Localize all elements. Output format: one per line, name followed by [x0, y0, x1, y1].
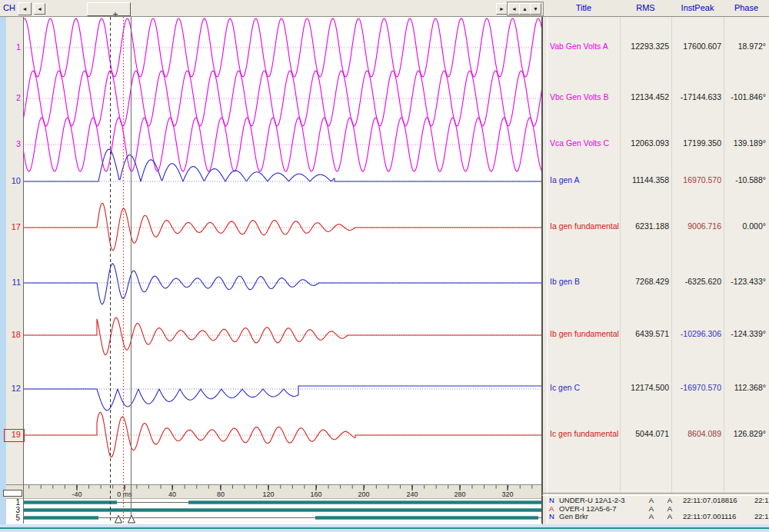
right-arrow-icon: ►: [499, 6, 504, 12]
channel-number-gutter: [6, 17, 23, 484]
rms-value: 12063.093: [618, 138, 669, 148]
event-group-a: A: [646, 496, 657, 504]
phase-value: -123.433°: [721, 277, 766, 286]
channel-axis-label: CH: [3, 3, 15, 12]
channel-number-2[interactable]: 2: [5, 93, 21, 102]
left-arrow-icon: ◄: [511, 6, 517, 12]
time-scroll-right-button[interactable]: ►: [496, 3, 508, 15]
column-header-instpeak[interactable]: InstPeak: [671, 3, 724, 12]
instpeak-value: -17144.633: [671, 92, 721, 101]
oscillography-window: CH ◄ ◄ ► ◄ ▲ ▼ Title RMS InstPeak Phase …: [0, 0, 769, 532]
measurement-row[interactable]: Ia gen A 11144.358 16970.570 -10.588°: [548, 175, 769, 186]
phase-value: 0.000°: [721, 221, 766, 231]
instpeak-value: 16970.570: [671, 175, 721, 185]
digital-events-lane: [6, 498, 542, 524]
time-axis-ruler: [6, 484, 542, 498]
rms-value: 6439.571: [618, 329, 669, 338]
instpeak-value: 8604.089: [671, 429, 721, 438]
event-row[interactable]: N Gen Brkr A A 22:11:07.001116 22:1: [548, 512, 769, 520]
instpeak-value: -10296.306: [671, 329, 721, 338]
column-separator: [620, 17, 621, 493]
channel-title: Ia gen fundamental: [550, 221, 619, 231]
rms-value: 5044.071: [618, 429, 669, 438]
channel-title: Ib gen B: [550, 277, 580, 286]
measurement-row[interactable]: Vca Gen Volts C 12063.093 17199.350 139.…: [548, 138, 769, 149]
instpeak-value: -6325.620: [671, 277, 721, 286]
phase-value: -10.588°: [721, 175, 766, 185]
rms-value: 11144.358: [618, 175, 669, 185]
rms-value: 12293.325: [618, 42, 669, 51]
channel-title: Vbc Gen Volts B: [550, 92, 608, 101]
measurement-row[interactable]: Ib gen B 7268.429 -6325.620 -123.433°: [548, 277, 769, 288]
instpeak-value: 17199.350: [671, 138, 721, 148]
channel-number-17[interactable]: 17: [5, 222, 21, 231]
measurement-row[interactable]: Vab Gen Volts A 12293.325 17600.607 18.9…: [548, 42, 769, 52]
instpeak-value: 9006.716: [671, 221, 721, 231]
event-timestamp: 22:11:07.018816: [683, 496, 737, 504]
event-group-b: A: [664, 496, 675, 504]
channel-number-3[interactable]: 3: [5, 139, 21, 148]
event-flag: N: [549, 512, 557, 520]
measurement-row[interactable]: Ia gen fundamental 6231.188 9006.716 0.0…: [548, 221, 769, 232]
event-group-b: A: [664, 512, 675, 520]
scroll-down-button[interactable]: ▼: [530, 3, 541, 15]
measurement-row[interactable]: Ic gen fundamental 5044.071 8604.089 126…: [548, 429, 769, 440]
rms-value: 12174.500: [618, 383, 669, 392]
digital-row-number-5[interactable]: 5: [6, 514, 20, 522]
channel-title: Ia gen A: [550, 175, 580, 185]
channel-title: Ib gen fundamental: [550, 329, 619, 338]
event-row[interactable]: A OVER-I 12A5-6-7 A A: [548, 504, 769, 512]
column-separator: [671, 17, 672, 493]
event-flag: N: [549, 496, 557, 504]
channel-number-19[interactable]: 19: [5, 430, 21, 439]
event-timestamp: 22:11:07.001116: [683, 512, 736, 520]
instpeak-value: -16970.570: [671, 383, 721, 392]
phase-value: -101.846°: [721, 92, 766, 101]
phase-value: 112.368°: [721, 383, 766, 392]
column-header-phase[interactable]: Phase: [724, 3, 769, 12]
column-header-title[interactable]: Title: [548, 3, 620, 12]
event-row[interactable]: N UNDER-U 12A1-2-3 A A 22:11:07.018816 2…: [548, 496, 769, 504]
channel-title: Vca Gen Volts C: [550, 138, 609, 148]
phase-value: 126.829°: [721, 429, 766, 438]
rms-value: 7268.429: [618, 277, 669, 286]
trigger-marker-icon: +: [111, 9, 120, 20]
left-arrow-icon: ◄: [37, 6, 42, 12]
channel-number-1[interactable]: 1: [5, 42, 21, 52]
rms-value: 6231.188: [618, 221, 669, 231]
measurement-row[interactable]: Vbc Gen Volts B 12134.452 -17144.633 -10…: [548, 92, 769, 103]
bottom-frame-line: [0, 527, 769, 529]
down-arrow-icon: ▼: [533, 6, 538, 12]
measurements-panel: [548, 17, 769, 493]
channel-title: Ic gen C: [550, 383, 580, 392]
event-timestamp-clipped: 22:1: [754, 512, 769, 520]
channel-number-18[interactable]: 18: [5, 330, 21, 339]
measurement-row[interactable]: Ic gen C 12174.500 -16970.570 112.368°: [548, 383, 769, 394]
phase-value: 139.189°: [721, 138, 766, 148]
panel-splitter[interactable]: [542, 17, 548, 524]
channel-number-12[interactable]: 12: [5, 384, 21, 393]
ruler-scroll-box[interactable]: [3, 490, 22, 497]
event-timestamp-clipped: 22:1: [754, 496, 769, 504]
window-bottom-frame: [0, 524, 769, 532]
time-range-slider-thumb[interactable]: [87, 2, 131, 16]
scroll-up-button[interactable]: ▲: [519, 3, 531, 15]
channel-number-11[interactable]: 11: [5, 278, 21, 287]
waveform-plot-area[interactable]: [23, 17, 542, 484]
channel-title: Ic gen fundamental: [550, 429, 618, 438]
event-group-a: A: [646, 512, 657, 520]
pan-left-button[interactable]: ◄: [508, 3, 520, 15]
instpeak-value: 17600.607: [671, 42, 721, 51]
channel-scroll-left-small-button[interactable]: ◄: [34, 3, 45, 15]
rms-value: 12134.452: [618, 92, 669, 101]
up-arrow-icon: ▲: [522, 6, 528, 12]
event-name: Gen Brkr: [559, 512, 588, 520]
channel-title: Vab Gen Volts A: [550, 42, 608, 51]
measurement-row[interactable]: Ib gen fundamental 6439.571 -10296.306 -…: [548, 329, 769, 340]
left-arrow-icon: ◄: [22, 6, 28, 12]
column-header-rms[interactable]: RMS: [620, 3, 671, 12]
channel-number-10[interactable]: 10: [5, 176, 21, 185]
channel-scroll-left-button[interactable]: ◄: [18, 2, 32, 15]
column-separator: [724, 17, 724, 493]
phase-value: 18.972°: [721, 42, 766, 51]
